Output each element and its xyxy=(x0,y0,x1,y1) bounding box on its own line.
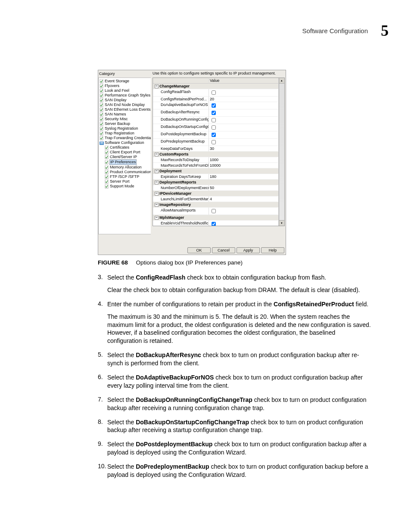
tree-item[interactable]: Performance Graph Styles xyxy=(99,93,151,98)
property-checkbox[interactable] xyxy=(212,140,216,144)
collapse-icon[interactable]: − xyxy=(155,203,159,207)
property-group-row[interactable]: −Deployment xyxy=(153,168,279,174)
tree-item-label: SAN Display xyxy=(105,98,127,103)
property-group-label: Deployment xyxy=(159,168,182,174)
property-value[interactable]: 1000 xyxy=(209,157,279,163)
property-value[interactable] xyxy=(209,109,279,117)
property-group-row[interactable]: −CustomReports xyxy=(153,152,279,157)
property-value[interactable]: 50 xyxy=(209,185,279,191)
tree-item-label: SAN Names xyxy=(105,112,126,117)
property-name: LaunchLimitForElementMana xyxy=(153,196,209,202)
tree-item[interactable]: Memory Allocation xyxy=(99,165,151,170)
property-value[interactable]: 20 xyxy=(209,96,279,102)
scroll-up-icon[interactable]: ▴ xyxy=(279,78,284,84)
tree-item[interactable]: Security Misc xyxy=(99,117,151,121)
property-value[interactable] xyxy=(209,208,279,215)
collapse-icon[interactable]: − xyxy=(155,152,159,156)
page-icon xyxy=(100,136,104,140)
tree-item[interactable]: Software Configuration xyxy=(99,140,151,145)
ok-button[interactable]: OK xyxy=(187,247,211,253)
step-number: 8. xyxy=(98,418,107,435)
step-paragraph: Select the ConfigReadFlash check box to … xyxy=(107,274,360,282)
tree-item[interactable]: Server Backup xyxy=(99,121,151,126)
property-checkbox[interactable] xyxy=(212,209,216,213)
property-group-row[interactable]: −MplsManager xyxy=(153,215,279,221)
property-value[interactable] xyxy=(209,131,279,139)
svg-rect-23 xyxy=(105,180,108,184)
step-number: 4. xyxy=(98,300,107,345)
tree-item-label: Certificates xyxy=(110,145,129,150)
property-checkbox[interactable] xyxy=(212,90,216,95)
page-icon xyxy=(100,117,104,121)
collapse-icon[interactable]: − xyxy=(155,192,159,196)
property-checkbox[interactable] xyxy=(212,222,216,226)
step-number: 5. xyxy=(98,351,107,367)
tree-item[interactable]: SAN Names xyxy=(99,112,151,117)
tree-item[interactable]: Syslog Registration xyxy=(99,126,151,131)
property-value[interactable] xyxy=(209,89,279,96)
step-item: 7.Select the DoBackupOnRunningConfigChan… xyxy=(98,396,371,412)
step-item: 10.Select the DoPredeploymentBackup chec… xyxy=(98,463,371,479)
property-checkbox[interactable] xyxy=(212,125,216,130)
collapse-icon[interactable]: − xyxy=(155,169,159,173)
tree-item[interactable]: FTP /SCP /SFTP xyxy=(99,174,151,179)
property-value[interactable]: 30 xyxy=(209,146,279,152)
property-group-row[interactable]: −DeploymentReports xyxy=(153,180,279,185)
step-paragraph: Select the DoPredeploymentBackup check b… xyxy=(107,463,371,479)
step-paragraph: Clear the check box to obtain configurat… xyxy=(107,286,360,294)
property-checkbox[interactable] xyxy=(212,133,216,137)
tree-item-label: Memory Allocation xyxy=(110,165,142,170)
tree-item[interactable]: Trap Registration xyxy=(99,131,151,136)
property-value[interactable] xyxy=(209,117,279,124)
property-value[interactable] xyxy=(209,221,279,226)
figure-caption: FIGURE 68 Options dialog box (IP Prefere… xyxy=(98,259,389,266)
property-checkbox[interactable] xyxy=(212,103,216,108)
collapse-icon[interactable]: − xyxy=(155,84,159,88)
tree-item[interactable]: IP Preferences xyxy=(99,159,151,165)
tree-item[interactable]: Trap Forwarding Credentials xyxy=(99,136,151,140)
tree-item[interactable]: Client Export Port xyxy=(99,150,151,155)
tree-item[interactable]: Support Mode xyxy=(99,184,151,189)
tree-item[interactable]: Look and Feel xyxy=(99,88,151,93)
step-number: 10. xyxy=(98,463,107,479)
tree-item-label: Software Configuration xyxy=(105,140,144,145)
collapse-icon[interactable]: − xyxy=(155,180,159,184)
tree-item[interactable]: Certificates xyxy=(99,145,151,150)
svg-rect-9 xyxy=(100,122,103,126)
property-value[interactable]: 180 xyxy=(209,174,279,180)
tree-item[interactable]: SAN End Node Display xyxy=(99,103,151,107)
property-group-row[interactable]: −ImageRepository xyxy=(153,202,279,208)
tree-item[interactable]: SAN Display xyxy=(99,98,151,103)
apply-button[interactable]: Apply xyxy=(237,247,260,253)
cancel-button[interactable]: Cancel xyxy=(212,247,235,253)
tree-item[interactable]: Flyovers xyxy=(99,84,151,88)
property-checkbox[interactable] xyxy=(212,118,216,122)
property-row: KeepDataForDays30 xyxy=(153,146,279,152)
tree-item[interactable]: Event Storage xyxy=(99,79,151,84)
property-group-label: MplsManager xyxy=(159,215,184,220)
tree-item[interactable]: SAN Ethernet Loss Events xyxy=(99,107,151,112)
page-icon xyxy=(100,98,104,103)
property-group-row[interactable]: −ChangeManager xyxy=(153,84,279,89)
tree-item[interactable]: Client/Server IP xyxy=(99,155,151,159)
property-value[interactable] xyxy=(209,124,279,131)
collapse-icon[interactable]: − xyxy=(155,216,159,220)
page-icon xyxy=(100,108,104,112)
svg-rect-6 xyxy=(100,108,103,112)
step-body: Select the DoBackupOnRunningConfigChange… xyxy=(107,396,371,412)
property-value[interactable] xyxy=(209,139,279,146)
property-checkbox[interactable] xyxy=(212,111,216,115)
page-icon xyxy=(100,103,104,107)
scrollbar[interactable]: ▴ ▾ xyxy=(279,78,285,226)
property-value[interactable]: 4 xyxy=(209,196,279,202)
step-number: 7. xyxy=(98,396,107,412)
help-button[interactable]: Help xyxy=(261,247,284,253)
tree-item[interactable]: Product Communication xyxy=(99,170,151,174)
property-group-label: CustomReports xyxy=(159,152,189,157)
property-group-row[interactable]: −IPDeviceManager xyxy=(153,191,279,196)
property-name: DoPostdeploymentBackup xyxy=(153,131,209,139)
tree-item[interactable]: Server Port xyxy=(99,179,151,184)
property-value[interactable]: 10000 xyxy=(209,163,279,168)
property-value[interactable] xyxy=(209,102,279,109)
scroll-down-icon[interactable]: ▾ xyxy=(279,220,284,226)
